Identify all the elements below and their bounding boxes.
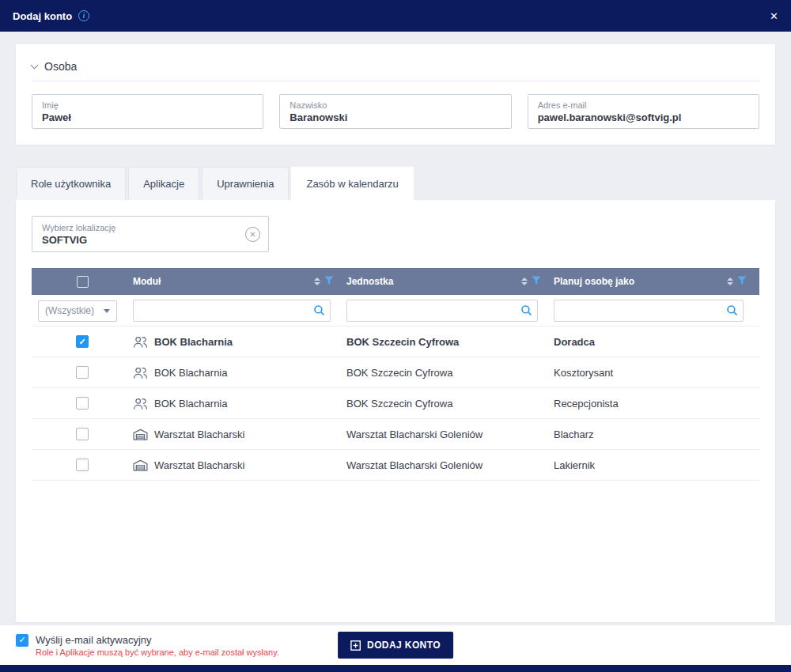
table-row[interactable]: BOK Blacharnia BOK Szczecin Cyfrowa Kosz… <box>32 357 759 388</box>
tab-aplikacje[interactable]: Aplikacje <box>128 167 199 200</box>
row-checkbox[interactable] <box>76 459 89 471</box>
last-name-value: Baranowski <box>290 111 501 123</box>
person-section-header[interactable]: Osoba <box>32 55 759 81</box>
title-bar: Dodaj konto i ✕ <box>0 0 791 32</box>
page-title: Dodaj konto <box>13 10 72 22</box>
filter-funnel-icon[interactable] <box>324 276 334 288</box>
modul-cell: Warsztat Blacharski <box>154 459 244 471</box>
modul-cell: Warsztat Blacharski <box>154 428 244 440</box>
people-icon <box>133 367 148 379</box>
column-header-jednostka[interactable]: Jednostka <box>346 268 554 295</box>
activation-email-warning: Role i Aplikacje muszą być wybrane, aby … <box>36 647 279 657</box>
table-filter-row: (Wszystkie) <box>32 295 759 327</box>
jednostka-cell: BOK Szczecin Cyfrowa <box>346 336 554 348</box>
jednostka-cell: Warsztat Blacharski Goleniów <box>346 459 554 471</box>
rola-cell: Doradca <box>554 336 759 348</box>
sort-icon[interactable] <box>314 277 320 285</box>
tab-role-uzytkownika[interactable]: Role użytkownika <box>16 167 126 200</box>
main-content: Osoba Imię Paweł Nazwisko Baranowski Adr… <box>0 32 791 622</box>
table-row[interactable]: Warsztat Blacharski Warsztat Blacharski … <box>32 419 759 450</box>
add-account-button-label: DODAJ KONTO <box>367 640 441 651</box>
close-icon[interactable]: ✕ <box>770 11 778 21</box>
clear-icon[interactable]: ✕ <box>245 227 260 242</box>
rola-cell: Recepcjonista <box>554 398 759 410</box>
location-filter-field[interactable]: Wybierz lokalizację SOFTVIG ✕ <box>32 216 269 252</box>
last-name-label: Nazwisko <box>290 100 501 110</box>
table-row[interactable]: Warsztat Blacharski Warsztat Blacharski … <box>32 450 759 481</box>
send-activation-email-label: Wyślij e-mail aktywacyjny <box>36 634 279 646</box>
person-card: Osoba Imię Paweł Nazwisko Baranowski Adr… <box>16 44 775 145</box>
filter-jednostka-cell <box>346 295 554 327</box>
plus-square-icon <box>350 640 361 651</box>
email-value: pawel.baranowski@softvig.pl <box>538 111 749 123</box>
filter-rola-cell <box>554 295 759 327</box>
row-checkbox[interactable]: ✓ <box>76 335 89 348</box>
row-checkbox[interactable] <box>76 397 89 410</box>
email-label: Adres e-mail <box>538 100 749 110</box>
select-all-cell <box>32 276 133 288</box>
jednostka-search-input[interactable] <box>346 300 538 322</box>
chevron-down-icon <box>31 62 39 70</box>
filter-funnel-icon[interactable] <box>737 276 747 288</box>
search-icon <box>313 304 325 319</box>
people-icon <box>133 336 148 348</box>
first-name-label: Imię <box>42 100 253 110</box>
table-row[interactable]: BOK Blacharnia BOK Szczecin Cyfrowa Rece… <box>32 388 759 419</box>
search-icon <box>726 304 738 319</box>
footer-bar: ✓ Wyślij e-mail aktywacyjny Role i Aplik… <box>0 625 791 665</box>
first-name-field[interactable]: Imię Paweł <box>32 94 263 129</box>
select-all-checkbox[interactable] <box>77 276 89 288</box>
tab-zasob-w-kalendarzu[interactable]: Zasób w kalendarzu <box>291 167 413 200</box>
info-icon[interactable]: i <box>78 10 89 21</box>
modul-cell: BOK Blacharnia <box>154 336 233 348</box>
rola-cell: Blacharz <box>554 428 759 440</box>
modul-search-input[interactable] <box>133 300 331 322</box>
calendar-resource-panel: Wybierz lokalizację SOFTVIG ✕ Moduł Jedn… <box>16 200 775 622</box>
tab-bar: Role użytkownika Aplikacje Uprawnienia Z… <box>16 167 775 200</box>
modul-cell: BOK Blacharnia <box>154 398 228 410</box>
column-label: Jednostka <box>346 276 521 287</box>
column-label: Planuj osobę jako <box>554 276 727 287</box>
jednostka-cell: Warsztat Blacharski Goleniów <box>346 428 554 440</box>
add-account-button[interactable]: DODAJ KONTO <box>338 632 453 659</box>
table-header: Moduł Jednostka Planuj osobę jako <box>32 268 759 295</box>
first-name-value: Paweł <box>42 111 253 123</box>
table-row[interactable]: ✓ BOK Blacharnia BOK Szczecin Cyfrowa Do… <box>32 327 759 357</box>
jednostka-cell: BOK Szczecin Cyfrowa <box>346 367 554 379</box>
dropdown-value: (Wszystkie) <box>45 305 94 316</box>
garage-icon <box>133 459 148 471</box>
filter-funnel-icon[interactable] <box>532 276 541 288</box>
last-name-field[interactable]: Nazwisko Baranowski <box>279 94 511 129</box>
filter-modul-cell <box>133 295 346 327</box>
sort-icon[interactable] <box>727 277 733 285</box>
jednostka-cell: BOK Szczecin Cyfrowa <box>346 398 554 410</box>
column-header-modul[interactable]: Moduł <box>133 268 346 295</box>
email-field[interactable]: Adres e-mail pawel.baranowski@softvig.pl <box>528 94 759 129</box>
row-checkbox[interactable] <box>76 366 89 379</box>
bottom-strip <box>0 665 791 672</box>
search-icon <box>520 304 532 319</box>
people-icon <box>133 398 148 410</box>
send-activation-email-checkbox[interactable]: ✓ <box>16 634 28 647</box>
person-fields: Imię Paweł Nazwisko Baranowski Adres e-m… <box>32 94 759 129</box>
location-filter-value: SOFTVIG <box>42 234 237 246</box>
rola-cell: Kosztorysant <box>554 367 759 379</box>
rola-search-input[interactable] <box>554 300 744 322</box>
person-section-title: Osoba <box>44 60 77 73</box>
row-checkbox[interactable] <box>76 428 89 440</box>
garage-icon <box>133 428 148 440</box>
sort-icon[interactable] <box>521 277 528 285</box>
column-label: Moduł <box>133 276 314 287</box>
chevron-down-icon <box>104 309 110 313</box>
rola-cell: Lakiernik <box>554 459 759 471</box>
select-filter-dropdown[interactable]: (Wszystkie) <box>38 300 117 322</box>
column-header-planuj-osobe-jako[interactable]: Planuj osobę jako <box>554 268 759 295</box>
filter-dropdown-cell: (Wszystkie) <box>32 295 133 327</box>
modul-cell: BOK Blacharnia <box>154 367 228 379</box>
location-filter-label: Wybierz lokalizację <box>42 223 237 232</box>
tab-uprawnienia[interactable]: Uprawnienia <box>202 167 289 200</box>
